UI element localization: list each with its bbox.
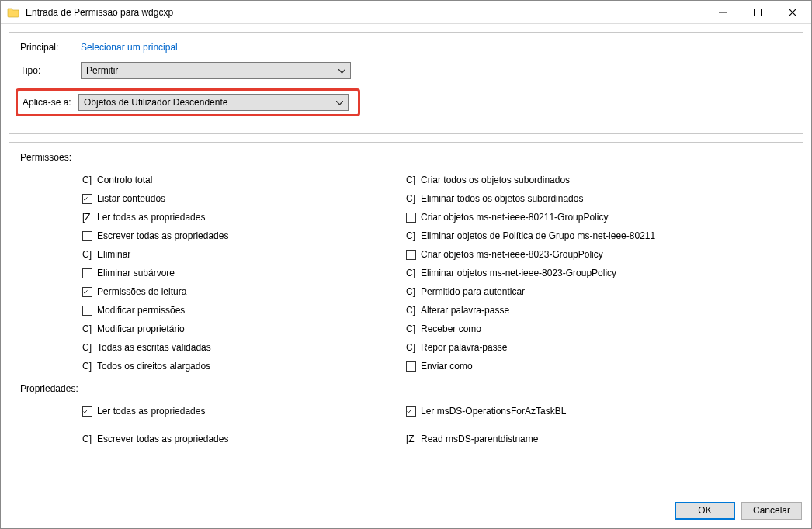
applies-to-row-highlight: Aplica-se a: Objetos de Utilizador Desce… xyxy=(16,88,360,116)
permission-label: Eliminar xyxy=(97,249,130,260)
list-item: Criar objetos ms-net-ieee-80211-GroupPol… xyxy=(406,208,792,226)
permission-label: Eliminar objetos de Política de Grupo ms… xyxy=(421,230,655,241)
permission-glyph: C] xyxy=(406,175,416,185)
close-button[interactable] xyxy=(775,1,810,23)
list-item: C]Criar todos os objetos subordinados xyxy=(406,171,792,189)
permission-glyph: C] xyxy=(82,175,92,185)
permission-label: Read msDS-parentdistname xyxy=(421,434,538,444)
type-value: Permitir xyxy=(86,65,118,76)
permissions-group: Permissões: C]Controlo totalListar conte… xyxy=(9,142,803,455)
list-item: C]Permitido para autenticar xyxy=(406,282,792,301)
permissions-right-column: C]Criar todos os objetos subordinadosC]E… xyxy=(406,171,792,375)
list-item: C]Todas as escritas validadas xyxy=(20,338,406,357)
permission-label: Modificar permissões xyxy=(97,305,185,316)
list-item: C]Repor palavra-passe xyxy=(406,338,792,357)
permission-label: Escrever todas as propriedades xyxy=(97,230,228,241)
permission-label: Criar objetos ms-net-ieee-80211-GroupPol… xyxy=(421,212,608,223)
permission-glyph: C] xyxy=(82,434,92,444)
permission-label: Eliminar objetos ms-net-ieee-8023-GroupP… xyxy=(421,268,616,278)
list-item: Permissões de leitura xyxy=(20,282,406,301)
permission-glyph: C] xyxy=(406,323,416,334)
list-item: C]Escrever todas as propriedades xyxy=(20,430,406,448)
applies-to-label: Aplica-se a: xyxy=(23,97,78,108)
list-item: Enviar como xyxy=(406,357,792,375)
minimize-button[interactable] xyxy=(705,1,740,23)
permission-checkbox[interactable] xyxy=(406,250,416,260)
permission-label: Eliminar todos os objetos subordinados xyxy=(421,193,583,204)
permission-label: Receber como xyxy=(421,323,481,334)
permission-label: Todas as escritas validadas xyxy=(97,342,211,353)
list-item: Eliminar subárvore xyxy=(20,264,406,282)
permission-label: Todos os direitos alargados xyxy=(97,361,210,372)
list-item: Ler todas as propriedades xyxy=(20,402,406,420)
permission-checkbox[interactable] xyxy=(82,406,92,417)
type-select[interactable]: Permitir xyxy=(81,62,351,79)
principal-group: Principal: Selecionar um principal Tipo:… xyxy=(9,32,803,134)
applies-to-select[interactable]: Objetos de Utilizador Descendente xyxy=(78,94,349,111)
permission-glyph: C] xyxy=(406,193,416,204)
properties-left-column: Ler todas as propriedadesC]Escrever toda… xyxy=(20,402,406,448)
dialog-footer: OK Cancelar xyxy=(1,493,811,528)
list-item: C]Eliminar objetos de Política de Grupo … xyxy=(406,226,792,245)
permission-label: Permitido para autenticar xyxy=(421,286,525,297)
list-item: C]Eliminar xyxy=(20,245,406,264)
scroll-area[interactable]: Principal: Selecionar um principal Tipo:… xyxy=(9,32,803,493)
permission-label: Criar objetos ms-net-ieee-8023-GroupPoli… xyxy=(421,249,603,260)
list-item: [ZRead msDS-parentdistname xyxy=(406,430,792,448)
list-item: C]Todos os direitos alargados xyxy=(20,357,406,375)
list-item: C]Alterar palavra-passe xyxy=(406,301,792,320)
permission-checkbox[interactable] xyxy=(406,406,416,417)
cancel-button[interactable]: Cancelar xyxy=(741,502,802,520)
permission-label: Repor palavra-passe xyxy=(421,342,507,353)
list-item: C]Eliminar objetos ms-net-ieee-8023-Grou… xyxy=(406,264,792,282)
window-buttons xyxy=(705,1,810,23)
permission-label: Permissões de leitura xyxy=(97,286,186,297)
permission-glyph: C] xyxy=(406,230,416,241)
permission-checkbox[interactable] xyxy=(82,268,92,278)
permission-glyph: C] xyxy=(406,286,416,297)
list-item: [ZLer todas as propriedades xyxy=(20,208,406,226)
permission-glyph: C] xyxy=(82,361,92,372)
permission-label: Enviar como xyxy=(421,361,473,372)
list-item: C]Controlo total xyxy=(20,171,406,189)
properties-right-column: Ler msDS-OperationsForAzTaskBL[ZRead msD… xyxy=(406,402,792,448)
permission-glyph: C] xyxy=(406,305,416,316)
permission-label: Eliminar subárvore xyxy=(97,268,175,278)
permission-label: Ler todas as propriedades xyxy=(97,406,205,417)
select-principal-link[interactable]: Selecionar um principal xyxy=(81,42,178,53)
permission-checkbox[interactable] xyxy=(82,287,92,297)
permission-entry-window: Entrada de Permissão para wdgcxp Princip… xyxy=(0,0,812,529)
list-item: C]Eliminar todos os objetos subordinados xyxy=(406,189,792,208)
applies-to-value: Objetos de Utilizador Descendente xyxy=(84,97,227,108)
list-item: Criar objetos ms-net-ieee-8023-GroupPoli… xyxy=(406,245,792,264)
type-label: Tipo: xyxy=(20,65,81,76)
svg-rect-0 xyxy=(754,9,761,16)
permission-glyph: [Z xyxy=(406,434,416,444)
content-area: Principal: Selecionar um principal Tipo:… xyxy=(1,24,811,493)
list-item: Ler msDS-OperationsForAzTaskBL xyxy=(406,402,792,420)
properties-label: Propriedades: xyxy=(20,383,792,394)
permission-glyph: C] xyxy=(82,323,92,334)
list-item: Listar conteúdos xyxy=(20,189,406,208)
permission-checkbox[interactable] xyxy=(82,231,92,241)
list-item: C]Modificar proprietário xyxy=(20,320,406,338)
permission-checkbox[interactable] xyxy=(406,213,416,223)
permissions-label: Permissões: xyxy=(20,152,792,163)
list-item: C]Receber como xyxy=(406,320,792,338)
permission-label: Listar conteúdos xyxy=(97,193,165,204)
title-bar: Entrada de Permissão para wdgcxp xyxy=(1,1,811,24)
permission-checkbox[interactable] xyxy=(406,361,416,372)
permission-glyph: C] xyxy=(406,268,416,278)
permission-checkbox[interactable] xyxy=(82,194,92,204)
permission-checkbox[interactable] xyxy=(82,306,92,316)
folder-icon xyxy=(7,6,19,19)
permission-label: Ler msDS-OperationsForAzTaskBL xyxy=(421,406,566,417)
ok-button[interactable]: OK xyxy=(675,502,735,520)
permission-label: Ler todas as propriedades xyxy=(97,212,205,223)
permission-label: Controlo total xyxy=(97,175,152,185)
permission-glyph: [Z xyxy=(82,212,92,223)
chevron-down-icon xyxy=(336,97,343,108)
maximize-button[interactable] xyxy=(740,1,775,23)
permission-label: Escrever todas as propriedades xyxy=(97,434,228,444)
permissions-left-column: C]Controlo totalListar conteúdos[ZLer to… xyxy=(20,171,406,375)
